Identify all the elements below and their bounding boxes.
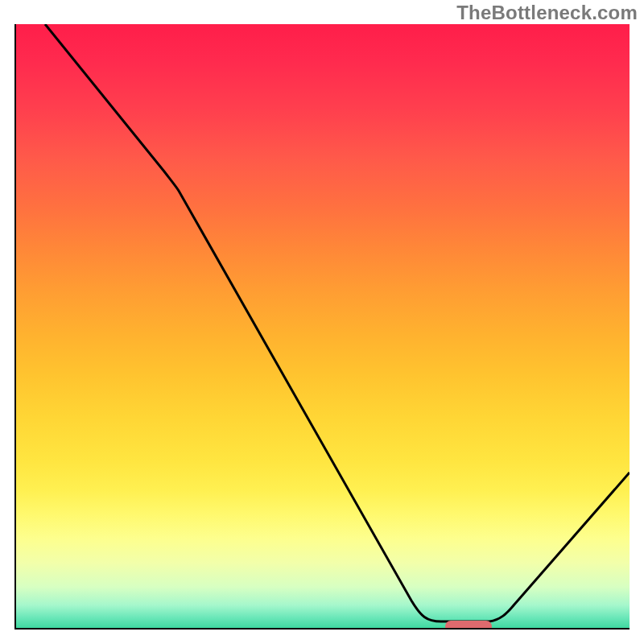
plot-background-gradient [14, 24, 630, 630]
chart-canvas: TheBottleneck.com [0, 0, 644, 644]
watermark-text: TheBottleneck.com [456, 2, 638, 24]
